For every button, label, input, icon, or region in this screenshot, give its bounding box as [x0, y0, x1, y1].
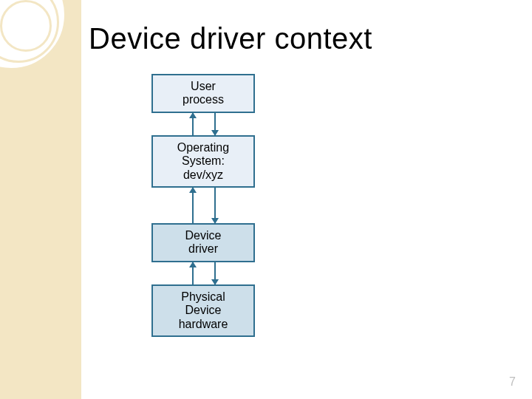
box-label: Devicedriver — [185, 229, 222, 255]
slide-title: Device driver context — [89, 22, 372, 55]
box-operating-system: OperatingSystem:dev/xyz — [151, 135, 255, 188]
box-physical-device: PhysicalDevicehardware — [151, 284, 255, 337]
box-label: OperatingSystem:dev/xyz — [177, 141, 229, 181]
connector-os-to-driver — [151, 188, 255, 223]
slide-accent-ring-inner — [0, 0, 52, 52]
box-user-process: Userprocess — [151, 74, 255, 113]
page-number: 7 — [509, 375, 516, 389]
connector-user-to-os — [151, 113, 255, 135]
box-label: PhysicalDevicehardware — [179, 290, 228, 330]
diagram-container: Userprocess OperatingSystem:dev/xyz Devi… — [151, 74, 292, 337]
box-device-driver: Devicedriver — [151, 223, 255, 262]
connector-driver-to-hardware — [151, 262, 255, 284]
box-label: Userprocess — [183, 80, 224, 106]
